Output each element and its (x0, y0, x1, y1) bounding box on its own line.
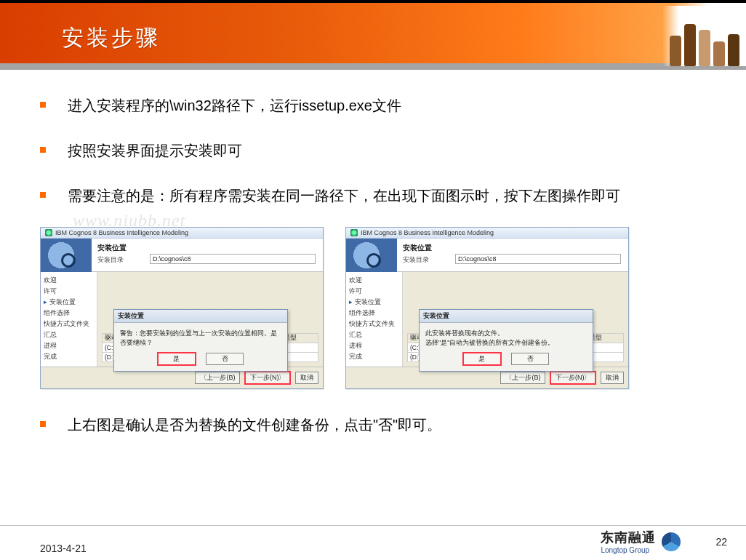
wizard-step: 进程 (348, 340, 401, 351)
wizard-step: 快捷方式文件夹 (42, 319, 95, 329)
banner-heading: 安装位置 (403, 243, 432, 253)
bullet-list: 进入安装程序的\win32路径下，运行issetup.exe文件 按照安装界面提… (40, 92, 706, 209)
dialog-title: 安装位置 (114, 310, 287, 323)
header-band: 安装步骤 (0, 3, 746, 63)
brand-en: Longtop Group (601, 546, 656, 554)
cancel-button[interactable]: 取消 (295, 372, 318, 384)
cancel-button[interactable]: 取消 (601, 372, 624, 384)
wizard-step-current: 安装位置 (348, 297, 401, 308)
confirm-dialog-left: 安装位置 警告：您要安装到的位置与上一次安装的位置相同。是否要继续？ 是 否 (113, 309, 288, 372)
installer-window-right: IBM Cognos 8 Business Intelligence Model… (345, 227, 629, 389)
banner-art (41, 239, 92, 272)
bullet-text: 需要注意的是：所有程序需安装在同一路径下，在出现下面图示时，按下左图操作即可 (68, 182, 620, 209)
brand-cn: 东南融通 (601, 529, 656, 546)
header-separator (0, 63, 746, 70)
screenshot-row: IBM Cognos 8 Business Intelligence Model… (40, 227, 706, 389)
wizard-step-current: 安装位置 (42, 297, 95, 308)
bullet-text: 进入安装程序的\win32路径下，运行issetup.exe文件 (68, 92, 401, 119)
window-title-text: IBM Cognos 8 Business Intelligence Model… (361, 229, 494, 236)
no-button[interactable]: 否 (206, 353, 244, 365)
bullet-item: 需要注意的是：所有程序需安装在同一路径下，在出现下面图示时，按下左图操作即可 (40, 182, 706, 209)
yes-button[interactable]: 是 (158, 353, 196, 365)
next-button[interactable]: 下一步(N)〉 (550, 372, 596, 384)
footer-right: 东南融通 Longtop Group 22 (601, 526, 727, 554)
wizard-step: 许可 (42, 286, 95, 297)
dialog-line: 此安装将替换现有的文件。 (425, 329, 587, 338)
wizard-step: 汇总 (42, 329, 95, 340)
window-title-text: IBM Cognos 8 Business Intelligence Model… (55, 229, 188, 236)
banner-art (346, 239, 397, 272)
banner-heading: 安装位置 (97, 243, 127, 253)
page-title: 安装步骤 (62, 23, 161, 53)
install-path-input[interactable]: D:\cognos\c8 (150, 254, 316, 264)
dialog-message: 此安装将替换现有的文件。 选择"是"自动为被替换的所有文件创建备份。 (420, 323, 593, 353)
next-button[interactable]: 下一步(N)〉 (245, 372, 291, 384)
bullet-list-bottom: 上右图是确认是否为替换的文件创建备份，点击"否"即可。 (40, 411, 706, 439)
bullet-item: 进入安装程序的\win32路径下，运行issetup.exe文件 (40, 92, 706, 119)
header-chess-image (662, 6, 746, 66)
back-button[interactable]: 〈上一步(B) (500, 372, 545, 384)
bullet-text: 上右图是确认是否为替换的文件创建备份，点击"否"即可。 (68, 411, 441, 439)
slide-header: 安装步骤 (0, 0, 746, 70)
wizard-sidebar: 欢迎 许可 安装位置 组件选择 快捷方式文件夹 汇总 进程 完成 (346, 272, 403, 367)
banner-sub: 安装目录 (403, 255, 432, 265)
wizard-step: 快捷方式文件夹 (348, 319, 401, 329)
page-number: 22 (715, 536, 727, 548)
install-path-input[interactable]: D:\cognos\c8 (455, 254, 621, 264)
wizard-step: 许可 (348, 286, 401, 297)
bullet-text: 按照安装界面提示安装即可 (68, 137, 242, 164)
bullet-item: 按照安装界面提示安装即可 (40, 137, 706, 164)
bullet-item: 上右图是确认是否为替换的文件创建备份，点击"否"即可。 (40, 411, 706, 439)
wizard-step: 欢迎 (348, 275, 401, 286)
yes-button[interactable]: 是 (463, 353, 501, 365)
window-titlebar: IBM Cognos 8 Business Intelligence Model… (41, 228, 323, 239)
content: www.niubb.net 进入安装程序的\win32路径下，运行issetup… (0, 70, 746, 463)
no-button[interactable]: 否 (511, 353, 549, 365)
dialog-message: 警告：您要安装到的位置与上一次安装的位置相同。是否要继续？ (114, 323, 287, 353)
slide-footer: 2013-4-21 东南融通 Longtop Group 22 (0, 525, 746, 554)
dialog-line: 选择"是"自动为被替换的所有文件创建备份。 (425, 338, 587, 348)
wizard-step: 汇总 (348, 329, 401, 340)
confirm-dialog-right: 安装位置 此安装将替换现有的文件。 选择"是"自动为被替换的所有文件创建备份。 … (419, 309, 593, 372)
wizard-step: 完成 (42, 351, 95, 362)
wizard-step: 组件选择 (42, 308, 95, 319)
dialog-title: 安装位置 (420, 310, 593, 323)
footer-date: 2013-4-21 (40, 538, 87, 554)
wizard-sidebar: 欢迎 许可 安装位置 组件选择 快捷方式文件夹 汇总 进程 完成 (41, 272, 97, 367)
wizard-step: 欢迎 (42, 275, 95, 286)
wizard-step: 组件选择 (348, 308, 401, 319)
wizard-step: 进程 (42, 340, 95, 351)
window-titlebar: IBM Cognos 8 Business Intelligence Model… (346, 228, 628, 239)
brand-logo-icon (662, 532, 681, 551)
installer-window-left: IBM Cognos 8 Business Intelligence Model… (40, 227, 324, 389)
wizard-step: 完成 (348, 351, 401, 362)
banner-sub: 安装目录 (97, 255, 127, 265)
back-button[interactable]: 〈上一步(B) (195, 372, 240, 384)
